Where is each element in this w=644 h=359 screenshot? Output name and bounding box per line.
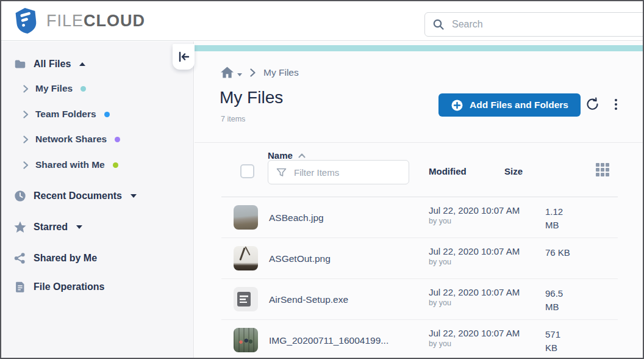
- file-list-header: Name Modified Size: [195, 143, 643, 197]
- clock-icon: [13, 189, 27, 203]
- file-size: 96.5 MB: [545, 287, 574, 314]
- file-thumbnail: [234, 287, 258, 311]
- sidebar-collapse-button[interactable]: [173, 44, 195, 70]
- filter-items-box: [268, 160, 409, 184]
- column-header-name[interactable]: Name: [268, 150, 293, 161]
- sidebar-item-team-folders[interactable]: Team Folders: [23, 109, 110, 120]
- caret-down-icon: [131, 194, 137, 198]
- sidebar-item-file-operations[interactable]: File Operations: [13, 280, 104, 294]
- chevron-right-icon: [250, 68, 256, 77]
- modified-by: by you: [429, 299, 520, 307]
- modified-by: by you: [429, 217, 520, 225]
- chevron-right-icon: [23, 85, 29, 93]
- chevron-right-icon: [23, 136, 29, 143]
- file-modified: Jul 22, 2020 10:07 AM by you: [429, 205, 520, 225]
- refresh-icon: [585, 97, 600, 112]
- file-row[interactable]: IMG_20200711_16004199... Jul 22, 2020 10…: [195, 320, 643, 358]
- caret-down-icon: [237, 73, 242, 76]
- share-icon: [13, 252, 27, 265]
- sidebar-item-label: File Operations: [34, 281, 104, 292]
- column-header-size[interactable]: Size: [504, 166, 523, 176]
- main-content: My Files My Files 7 items Add Files and …: [195, 42, 643, 358]
- modified-by: by you: [429, 339, 520, 348]
- sidebar-item-label: Starred: [34, 222, 68, 233]
- file-size: 1.12 MB: [545, 205, 574, 232]
- file-modified: Jul 22, 2020 10:07 AM by you: [429, 246, 520, 266]
- file-name[interactable]: ASGetOut.png: [269, 238, 331, 279]
- sidebar-item-label: Team Folders: [35, 109, 96, 120]
- file-size: 76 KB: [545, 246, 574, 259]
- modified-date: Jul 22, 2020 10:07 AM: [429, 246, 520, 256]
- home-icon: [220, 66, 234, 79]
- sidebar: All Files My Files Team Folders Network …: [1, 42, 194, 358]
- filecloud-shield-icon: [13, 7, 39, 35]
- add-files-button[interactable]: Add Files and Folders: [438, 93, 581, 117]
- sidebar-item-network-shares[interactable]: Network Shares: [23, 134, 120, 145]
- file-name[interactable]: AirSend-Setup.exe: [269, 279, 348, 320]
- status-dot: [104, 112, 110, 117]
- top-header: FILECLOUD: [1, 1, 643, 41]
- plus-circle-icon: [451, 99, 463, 112]
- file-icon: [13, 280, 27, 294]
- breadcrumb: My Files: [220, 66, 299, 79]
- breadcrumb-home[interactable]: [220, 66, 242, 79]
- status-dot: [80, 86, 86, 92]
- global-search: [424, 12, 644, 37]
- file-row[interactable]: ASBeach.jpg Jul 22, 2020 10:07 AM by you…: [195, 197, 643, 238]
- more-options-button[interactable]: [609, 95, 623, 114]
- search-input[interactable]: [452, 19, 598, 30]
- filter-funnel-icon: [276, 168, 287, 177]
- status-dot: [115, 137, 120, 142]
- sidebar-item-starred[interactable]: Starred: [13, 220, 82, 234]
- refresh-button[interactable]: [584, 95, 602, 114]
- file-size: 571 KB: [545, 328, 574, 355]
- chevron-right-icon: [23, 161, 29, 169]
- search-icon: [432, 18, 445, 31]
- status-dot: [113, 162, 118, 168]
- sidebar-item-label: Recent Documents: [34, 190, 122, 201]
- filecloud-logo: FILECLOUD: [13, 7, 145, 35]
- add-files-button-label: Add Files and Folders: [470, 100, 568, 111]
- sidebar-item-shared-with-me[interactable]: Shared with Me: [23, 159, 118, 170]
- sidebar-item-label: Shared by Me: [34, 253, 97, 264]
- caret-down-icon: [76, 225, 82, 229]
- sort-ascending-icon[interactable]: [298, 153, 306, 158]
- folder-icon: [13, 57, 27, 71]
- logo-wordmark: FILECLOUD: [46, 12, 145, 31]
- items-count: 7 items: [221, 115, 245, 123]
- sidebar-item-label: Shared with Me: [35, 159, 105, 170]
- file-thumbnail: [234, 205, 258, 230]
- file-list: ASBeach.jpg Jul 22, 2020 10:07 AM by you…: [195, 197, 643, 358]
- file-modified: Jul 22, 2020 10:07 AM by you: [429, 328, 520, 348]
- column-header-modified[interactable]: Modified: [429, 166, 467, 176]
- file-modified: Jul 22, 2020 10:07 AM by you: [429, 287, 520, 307]
- sidebar-item-all-files[interactable]: All Files: [13, 57, 85, 71]
- sidebar-item-label: Network Shares: [35, 134, 107, 145]
- sidebar-item-label: My Files: [35, 83, 73, 94]
- caret-up-icon: [79, 62, 85, 66]
- collapse-left-icon: [178, 51, 190, 62]
- grid-view-icon[interactable]: [596, 163, 599, 167]
- file-name[interactable]: IMG_20200711_16004199...: [269, 320, 388, 358]
- sidebar-item-recent-documents[interactable]: Recent Documents: [13, 189, 137, 203]
- select-all-checkbox[interactable]: [240, 164, 254, 178]
- modified-date: Jul 22, 2020 10:07 AM: [429, 287, 520, 297]
- file-name[interactable]: ASBeach.jpg: [269, 197, 324, 238]
- modified-by: by you: [429, 258, 520, 266]
- accent-bar: [195, 45, 643, 51]
- sidebar-item-shared-by-me[interactable]: Shared by Me: [13, 252, 97, 265]
- chevron-right-icon: [23, 111, 29, 118]
- filter-items-input[interactable]: [294, 167, 392, 178]
- file-row[interactable]: ASGetOut.png Jul 22, 2020 10:07 AM by yo…: [195, 238, 643, 279]
- star-icon: [13, 220, 27, 234]
- modified-date: Jul 22, 2020 10:07 AM: [429, 328, 520, 338]
- page-title: My Files: [220, 88, 283, 107]
- sidebar-item-label: All Files: [34, 59, 71, 70]
- kebab-icon: [615, 99, 617, 101]
- file-thumbnail: [234, 328, 258, 352]
- modified-date: Jul 22, 2020 10:07 AM: [429, 205, 520, 216]
- sidebar-item-my-files[interactable]: My Files: [23, 83, 86, 94]
- filecloud-window: FILECLOUD All Files My Files Team Folder: [0, 0, 644, 359]
- breadcrumb-current[interactable]: My Files: [263, 67, 299, 78]
- file-row[interactable]: AirSend-Setup.exe Jul 22, 2020 10:07 AM …: [195, 279, 643, 320]
